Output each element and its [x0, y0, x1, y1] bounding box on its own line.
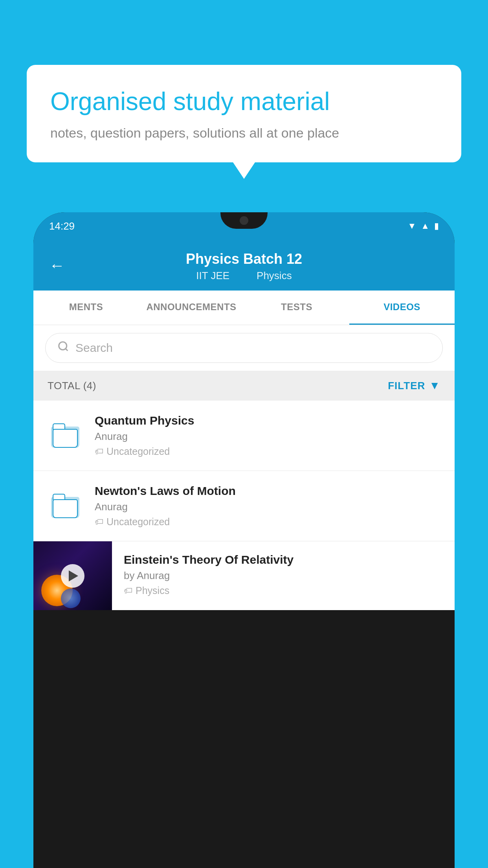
- tag-icon: 🏷: [95, 517, 103, 527]
- screen-content: Search TOTAL (4) FILTER ▼: [33, 325, 455, 610]
- video-title: Einstein's Theory Of Relativity: [124, 553, 443, 566]
- tabs: MENTS ANNOUNCEMENTS TESTS VIDEOS: [33, 291, 455, 325]
- play-icon: [69, 570, 78, 581]
- video-tag: 🏷 Physics: [124, 585, 443, 596]
- signal-icon: ▲: [421, 221, 429, 231]
- video-tag: 🏷 Uncategorized: [95, 446, 440, 457]
- video-list: Quantum Physics Anurag 🏷 Uncategorized: [33, 401, 455, 610]
- tab-tests[interactable]: TESTS: [244, 291, 349, 325]
- play-button[interactable]: [61, 564, 84, 588]
- search-input-wrap[interactable]: Search: [45, 333, 443, 363]
- filter-bar: TOTAL (4) FILTER ▼: [33, 371, 455, 401]
- list-item[interactable]: Newton's Laws of Motion Anurag 🏷 Uncateg…: [33, 471, 455, 541]
- status-icons: ▼ ▲ ▮: [407, 221, 439, 231]
- camera-icon: [240, 216, 248, 225]
- phone-frame: 14:29 ▼ ▲ ▮ ← Physics Batch 12 IIT JEE P…: [33, 212, 455, 868]
- app-title: Physics Batch 12: [49, 251, 439, 267]
- search-bar: Search: [33, 325, 455, 371]
- back-button[interactable]: ←: [49, 256, 65, 274]
- filter-icon: ▼: [429, 379, 440, 392]
- wifi-icon: ▼: [407, 221, 416, 231]
- video-item-info: Quantum Physics Anurag 🏷 Uncategorized: [95, 414, 440, 457]
- video-tag: 🏷 Uncategorized: [95, 516, 440, 528]
- tab-announcements[interactable]: ANNOUNCEMENTS: [139, 291, 244, 325]
- list-item[interactable]: Quantum Physics Anurag 🏷 Uncategorized: [33, 401, 455, 471]
- tag-label: Uncategorized: [106, 516, 170, 528]
- speech-bubble-subtitle: notes, question papers, solutions all at…: [50, 125, 438, 141]
- speech-bubble-title: Organised study material: [50, 86, 438, 117]
- folder-icon: [48, 418, 83, 453]
- speech-bubble: Organised study material notes, question…: [27, 65, 461, 162]
- search-icon: [57, 340, 69, 355]
- tag-label: Uncategorized: [106, 446, 170, 457]
- video-author: Anurag: [95, 430, 440, 443]
- tag-label: Physics: [136, 585, 169, 596]
- phone-notch: [220, 212, 268, 229]
- svg-point-0: [59, 342, 67, 350]
- battery-icon: ▮: [434, 221, 439, 231]
- video-thumbnail: [33, 541, 112, 610]
- video-item-info: Newton's Laws of Motion Anurag 🏷 Uncateg…: [95, 484, 440, 528]
- subtitle-separator: [240, 270, 246, 281]
- filter-button[interactable]: FILTER ▼: [388, 379, 440, 392]
- total-label: TOTAL (4): [48, 380, 96, 392]
- video-author: by Anurag: [124, 570, 443, 582]
- status-bar: 14:29 ▼ ▲ ▮: [33, 212, 455, 240]
- filter-label: FILTER: [388, 380, 425, 392]
- folder-icon: [48, 488, 83, 524]
- tag-icon: 🏷: [95, 447, 103, 457]
- video-title: Quantum Physics: [95, 414, 440, 427]
- video-item-info: Einstein's Theory Of Relativity by Anura…: [112, 541, 455, 604]
- svg-line-1: [66, 349, 68, 351]
- orb-decoration2: [61, 588, 81, 608]
- subtitle-part1: IIT JEE: [196, 270, 229, 281]
- list-item[interactable]: Einstein's Theory Of Relativity by Anura…: [33, 541, 455, 610]
- app-subtitle: IIT JEE Physics: [49, 270, 439, 282]
- app-header: ← Physics Batch 12 IIT JEE Physics: [33, 240, 455, 291]
- video-title: Newton's Laws of Motion: [95, 484, 440, 498]
- tag-icon: 🏷: [124, 586, 132, 596]
- tab-ments[interactable]: MENTS: [33, 291, 139, 325]
- tab-videos[interactable]: VIDEOS: [349, 291, 455, 325]
- video-author: Anurag: [95, 501, 440, 513]
- subtitle-part2: Physics: [257, 270, 292, 281]
- search-placeholder: Search: [75, 341, 113, 355]
- status-time: 14:29: [49, 220, 75, 232]
